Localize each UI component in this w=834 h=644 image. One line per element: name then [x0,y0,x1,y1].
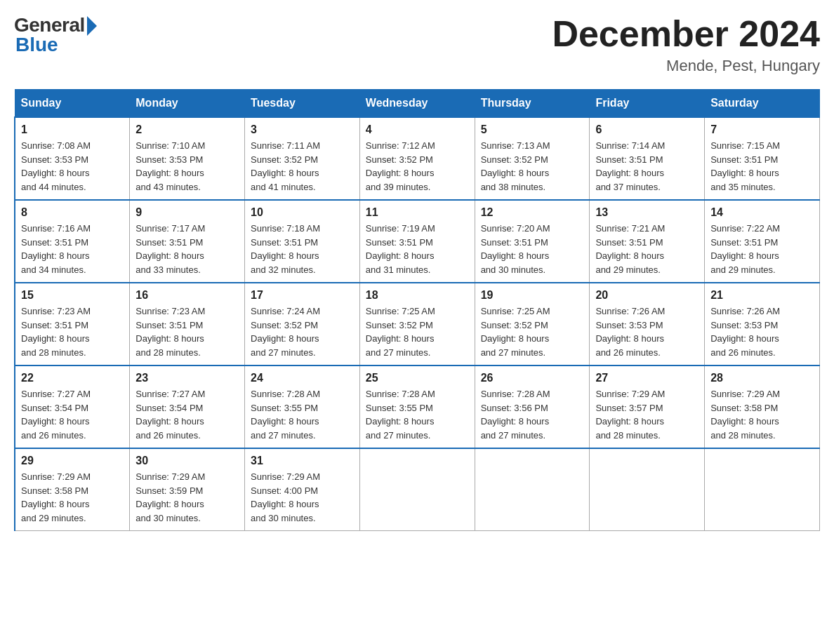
day-info: Sunrise: 7:27 AMSunset: 3:54 PMDaylight:… [135,387,239,442]
calendar-day-cell: 19Sunrise: 7:25 AMSunset: 3:52 PMDayligh… [475,283,590,365]
day-info: Sunrise: 7:11 AMSunset: 3:52 PMDaylight:… [251,139,354,194]
day-number: 30 [135,455,239,467]
day-number: 28 [710,372,814,384]
day-number: 17 [251,289,354,302]
day-info: Sunrise: 7:23 AMSunset: 3:51 PMDaylight:… [135,304,239,359]
calendar-day-cell: 22Sunrise: 7:27 AMSunset: 3:54 PMDayligh… [15,365,130,448]
calendar-day-cell: 30Sunrise: 7:29 AMSunset: 3:59 PMDayligh… [130,448,245,531]
calendar-week-row: 22Sunrise: 7:27 AMSunset: 3:54 PMDayligh… [15,365,820,448]
day-number: 2 [135,123,239,136]
calendar-day-cell: 18Sunrise: 7:25 AMSunset: 3:52 PMDayligh… [359,283,475,365]
day-number: 7 [710,123,814,136]
calendar-empty-cell [475,448,590,531]
day-of-week-header: Sunday [15,90,130,118]
calendar-empty-cell [705,448,820,531]
calendar-empty-cell [359,448,475,531]
day-info: Sunrise: 7:29 AMSunset: 3:58 PMDaylight:… [21,470,124,525]
day-number: 11 [366,206,469,219]
day-of-week-header: Thursday [475,90,590,118]
day-of-week-header: Monday [130,90,245,118]
day-number: 18 [366,289,469,302]
day-info: Sunrise: 7:21 AMSunset: 3:51 PMDaylight:… [595,222,699,276]
title-block: December 2024 Mende, Pest, Hungary [552,14,820,75]
calendar-day-cell: 1Sunrise: 7:08 AMSunset: 3:53 PMDaylight… [15,117,130,200]
day-info: Sunrise: 7:28 AMSunset: 3:55 PMDaylight:… [251,387,354,442]
day-info: Sunrise: 7:29 AMSunset: 3:57 PMDaylight:… [595,387,699,442]
day-info: Sunrise: 7:25 AMSunset: 3:52 PMDaylight:… [366,304,469,359]
logo: General Blue [14,14,97,56]
calendar-empty-cell [590,448,705,531]
calendar-day-cell: 9Sunrise: 7:17 AMSunset: 3:51 PMDaylight… [130,200,245,283]
calendar-day-cell: 23Sunrise: 7:27 AMSunset: 3:54 PMDayligh… [130,365,245,448]
day-number: 19 [481,289,584,302]
day-number: 29 [21,455,124,467]
calendar-day-cell: 3Sunrise: 7:11 AMSunset: 3:52 PMDaylight… [245,117,360,200]
day-info: Sunrise: 7:23 AMSunset: 3:51 PMDaylight:… [21,304,124,359]
day-number: 22 [21,372,124,384]
day-number: 20 [595,289,699,302]
day-info: Sunrise: 7:12 AMSunset: 3:52 PMDaylight:… [366,139,469,194]
day-info: Sunrise: 7:20 AMSunset: 3:51 PMDaylight:… [481,222,584,276]
day-number: 23 [135,372,239,384]
day-number: 25 [366,372,469,384]
calendar-day-cell: 24Sunrise: 7:28 AMSunset: 3:55 PMDayligh… [245,365,360,448]
calendar-day-cell: 31Sunrise: 7:29 AMSunset: 4:00 PMDayligh… [245,448,360,531]
calendar-day-cell: 27Sunrise: 7:29 AMSunset: 3:57 PMDayligh… [590,365,705,448]
calendar-table: SundayMondayTuesdayWednesdayThursdayFrid… [14,89,820,531]
day-info: Sunrise: 7:28 AMSunset: 3:55 PMDaylight:… [366,387,469,442]
day-number: 5 [481,123,584,136]
day-info: Sunrise: 7:16 AMSunset: 3:51 PMDaylight:… [21,222,124,276]
day-number: 13 [595,206,699,219]
calendar-day-cell: 26Sunrise: 7:28 AMSunset: 3:56 PMDayligh… [475,365,590,448]
calendar-day-cell: 12Sunrise: 7:20 AMSunset: 3:51 PMDayligh… [475,200,590,283]
calendar-day-cell: 8Sunrise: 7:16 AMSunset: 3:51 PMDaylight… [15,200,130,283]
day-number: 4 [366,123,469,136]
calendar-day-cell: 10Sunrise: 7:18 AMSunset: 3:51 PMDayligh… [245,200,360,283]
calendar-day-cell: 4Sunrise: 7:12 AMSunset: 3:52 PMDaylight… [359,117,475,200]
calendar-day-cell: 28Sunrise: 7:29 AMSunset: 3:58 PMDayligh… [705,365,820,448]
day-number: 8 [21,206,124,219]
page-header: General Blue December 2024 Mende, Pest, … [14,14,820,75]
calendar-day-cell: 20Sunrise: 7:26 AMSunset: 3:53 PMDayligh… [590,283,705,365]
day-info: Sunrise: 7:17 AMSunset: 3:51 PMDaylight:… [135,222,239,276]
day-number: 24 [251,372,354,384]
day-info: Sunrise: 7:26 AMSunset: 3:53 PMDaylight:… [595,304,699,359]
day-info: Sunrise: 7:08 AMSunset: 3:53 PMDaylight:… [21,139,124,194]
day-number: 14 [710,206,814,219]
day-info: Sunrise: 7:22 AMSunset: 3:51 PMDaylight:… [710,222,814,276]
calendar-header-row: SundayMondayTuesdayWednesdayThursdayFrid… [15,90,820,118]
calendar-day-cell: 15Sunrise: 7:23 AMSunset: 3:51 PMDayligh… [15,283,130,365]
day-of-week-header: Wednesday [359,90,475,118]
logo-blue-text: Blue [15,34,58,56]
day-number: 3 [251,123,354,136]
day-number: 10 [251,206,354,219]
day-number: 12 [481,206,584,219]
day-info: Sunrise: 7:28 AMSunset: 3:56 PMDaylight:… [481,387,584,442]
day-of-week-header: Saturday [705,90,820,118]
day-info: Sunrise: 7:29 AMSunset: 4:00 PMDaylight:… [251,470,354,525]
calendar-week-row: 1Sunrise: 7:08 AMSunset: 3:53 PMDaylight… [15,117,820,200]
calendar-day-cell: 21Sunrise: 7:26 AMSunset: 3:53 PMDayligh… [705,283,820,365]
day-number: 26 [481,372,584,384]
calendar-week-row: 15Sunrise: 7:23 AMSunset: 3:51 PMDayligh… [15,283,820,365]
logo-arrow-icon [87,16,97,36]
day-info: Sunrise: 7:27 AMSunset: 3:54 PMDaylight:… [21,387,124,442]
calendar-day-cell: 25Sunrise: 7:28 AMSunset: 3:55 PMDayligh… [359,365,475,448]
calendar-day-cell: 29Sunrise: 7:29 AMSunset: 3:58 PMDayligh… [15,448,130,531]
calendar-day-cell: 7Sunrise: 7:15 AMSunset: 3:51 PMDaylight… [705,117,820,200]
day-info: Sunrise: 7:19 AMSunset: 3:51 PMDaylight:… [366,222,469,276]
day-info: Sunrise: 7:24 AMSunset: 3:52 PMDaylight:… [251,304,354,359]
location-subtitle: Mende, Pest, Hungary [552,57,820,75]
day-number: 21 [710,289,814,302]
month-year-title: December 2024 [552,14,820,54]
day-number: 31 [251,455,354,467]
calendar-day-cell: 13Sunrise: 7:21 AMSunset: 3:51 PMDayligh… [590,200,705,283]
calendar-week-row: 8Sunrise: 7:16 AMSunset: 3:51 PMDaylight… [15,200,820,283]
calendar-day-cell: 11Sunrise: 7:19 AMSunset: 3:51 PMDayligh… [359,200,475,283]
day-number: 27 [595,372,699,384]
day-info: Sunrise: 7:18 AMSunset: 3:51 PMDaylight:… [251,222,354,276]
calendar-day-cell: 16Sunrise: 7:23 AMSunset: 3:51 PMDayligh… [130,283,245,365]
day-number: 1 [21,123,124,136]
day-of-week-header: Tuesday [245,90,360,118]
day-info: Sunrise: 7:29 AMSunset: 3:59 PMDaylight:… [135,470,239,525]
